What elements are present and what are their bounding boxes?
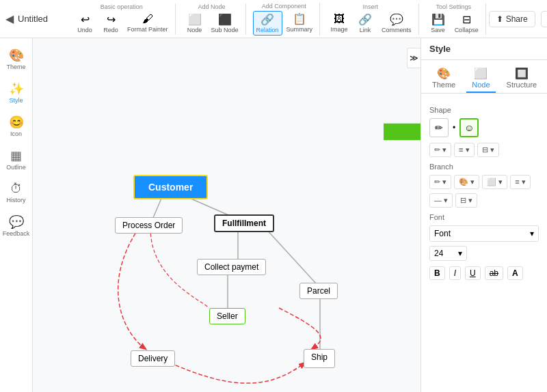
basic-operation-group: Basic operation ↩ Undo ↪ Redo 🖌 Format P… (68, 3, 176, 35)
sidebar-item-feedback[interactable]: 💬 Feedback (3, 210, 30, 241)
ship-node[interactable]: Ship (304, 349, 335, 368)
branch-color-tool[interactable]: 🎨 ▾ (454, 175, 479, 189)
bold-button[interactable]: B (429, 266, 445, 280)
panel-header: Style (421, 38, 547, 60)
branch-rect-tool[interactable]: ⬜ ▾ (482, 175, 507, 189)
node-label: Node (187, 27, 202, 33)
undo-button[interactable]: ↩ Undo (72, 12, 97, 35)
feedback-label: Feedback (3, 230, 30, 237)
branch-dash-tool[interactable]: — ▾ (429, 193, 453, 208)
sidebar-item-outline[interactable]: ▦ Outline (3, 144, 30, 175)
shape-pencil[interactable]: ✏ (429, 118, 449, 137)
font-dropdown[interactable]: Font ▾ (429, 225, 539, 242)
line-style-tool[interactable]: ≡ ▾ (454, 143, 474, 157)
tool-settings-items: 💾 Save ⊟ Collapse (426, 12, 481, 35)
format-painter-icon: 🖌 (142, 13, 153, 25)
image-button[interactable]: 🖼 Image (327, 12, 351, 35)
tab-theme[interactable]: 🎨 Theme (427, 64, 461, 93)
process-order-node[interactable]: Process Order (115, 217, 183, 234)
link-button[interactable]: 🔗 Link (353, 12, 377, 35)
sidebar-item-icon[interactable]: 😊 Icon (3, 111, 30, 141)
tool-settings-label: Tool Settings (436, 3, 471, 10)
share-icon: ⬆ (496, 14, 503, 24)
node-icon: ⬜ (188, 13, 202, 26)
back-button[interactable]: ◀ (5, 12, 14, 25)
sub-node-label: Sub Node (211, 27, 239, 33)
tab-node[interactable]: ⬜ Node (466, 64, 495, 93)
font-size-row: 24 ▾ (429, 246, 539, 261)
style-label: Style (9, 97, 23, 104)
collect-payment-node[interactable]: Collect paymet (197, 259, 266, 275)
tab-structure-label: Structure (507, 81, 537, 89)
font-color-button[interactable]: A (507, 266, 523, 280)
branch-connect-tool[interactable]: ⊟ ▾ (455, 193, 477, 208)
delivery-node[interactable]: Delivery (131, 350, 175, 367)
parcel-node[interactable]: Parcel (299, 283, 338, 299)
sidebar-item-theme[interactable]: 🎨 Theme (3, 44, 30, 74)
summary-button[interactable]: 📋 Summary (284, 11, 316, 36)
format-painter-button[interactable]: 🖌 Format Painter (124, 12, 171, 35)
add-component-label: Add Component (262, 3, 306, 10)
collect-payment-text: Collect paymet (204, 262, 258, 272)
save-button[interactable]: 💾 Save (426, 12, 451, 35)
save-label: Save (431, 27, 445, 33)
panel-tabs: 🎨 Theme ⬜ Node 🔲 Structure (421, 60, 547, 94)
tab-theme-icon: 🎨 (437, 67, 451, 80)
circle-face-icon: ☺ (464, 122, 474, 133)
underline-button[interactable]: U (465, 266, 481, 280)
branch-pen-tool[interactable]: ✏ ▾ (429, 175, 451, 189)
add-node-group: Add Node ⬜ Node ⬛ Sub Node (178, 3, 246, 35)
icon-label: Icon (10, 130, 22, 137)
fulfillment-node[interactable]: Fullfillment (214, 214, 274, 232)
fulfillment-text: Fullfillment (222, 219, 266, 228)
font-size-value: 24 (434, 249, 443, 258)
tab-structure-icon: 🔲 (515, 67, 529, 80)
comments-label: Comments (382, 27, 412, 33)
node-button[interactable]: ⬜ Node (183, 12, 207, 35)
add-component-items: 🔗 Relation 📋 Summary (253, 11, 316, 36)
font-section-label: Font (429, 213, 539, 221)
tab-structure[interactable]: 🔲 Structure (501, 64, 543, 93)
add-node-label: Add Node (198, 3, 226, 10)
italic-button[interactable]: I (449, 266, 461, 280)
collapse-button[interactable]: ⊟ Collapse (452, 12, 481, 35)
comments-button[interactable]: 💬 Comments (379, 12, 414, 35)
font-value: Font (434, 229, 451, 238)
sub-node-button[interactable]: ⬛ Sub Node (209, 12, 241, 35)
strikethrough-button[interactable]: ab (485, 266, 503, 280)
shape-section-label: Shape (429, 106, 539, 114)
svg-line-3 (265, 228, 317, 284)
font-dropdown-arrow: ▾ (530, 229, 534, 238)
pen-tool[interactable]: ✏ ▾ (429, 143, 451, 157)
canvas-area[interactable]: Customer Process Order Fullfillment Coll… (33, 38, 421, 392)
sidebar-item-history[interactable]: ⏱ History (3, 178, 30, 208)
export-button[interactable]: 📤 Export (541, 11, 547, 27)
font-size-dropdown[interactable]: 24 ▾ (429, 246, 467, 261)
image-icon: 🖼 (334, 13, 345, 25)
relation-icon: 🔗 (261, 13, 274, 26)
redo-button[interactable]: ↪ Redo (98, 12, 123, 35)
font-size-arrow: ▾ (458, 249, 462, 258)
customer-node[interactable]: Customer (133, 175, 208, 199)
collapse-label: Collapse (455, 27, 479, 33)
sidebar-item-style[interactable]: ✨ Style (3, 77, 30, 108)
summary-label: Summary (286, 26, 313, 33)
insert-items: 🖼 Image 🔗 Link 💬 Comments (327, 12, 414, 35)
relation-button[interactable]: 🔗 Relation (253, 11, 282, 36)
share-button[interactable]: ⬆ Share (489, 11, 535, 27)
basic-operation-items: ↩ Undo ↪ Redo 🖌 Format Painter (72, 12, 171, 35)
panel-content: Shape ✏ • ☺ ✏ ▾ ≡ ▾ ⊟ ▾ Branch ✏ ▾ 🎨 ▾ ⬜… (421, 94, 547, 392)
undo-label: Undo (77, 27, 92, 33)
panel-title: Style (429, 44, 451, 54)
align-tool[interactable]: ⊟ ▾ (477, 143, 499, 157)
seller-node[interactable]: Seller (209, 308, 245, 324)
panel-toggle-button[interactable]: ≫ (407, 48, 421, 68)
delivery-text: Delivery (138, 354, 168, 363)
insert-label: Insert (363, 3, 379, 10)
branch-tools-row: ✏ ▾ 🎨 ▾ ⬜ ▾ ≡ ▾ (429, 175, 539, 189)
shape-circle[interactable]: ☺ (459, 118, 479, 137)
tab-theme-label: Theme (432, 81, 455, 89)
branch-lines-tool[interactable]: ≡ ▾ (510, 175, 530, 189)
theme-label: Theme (6, 64, 25, 70)
outline-icon: ▦ (10, 148, 22, 163)
